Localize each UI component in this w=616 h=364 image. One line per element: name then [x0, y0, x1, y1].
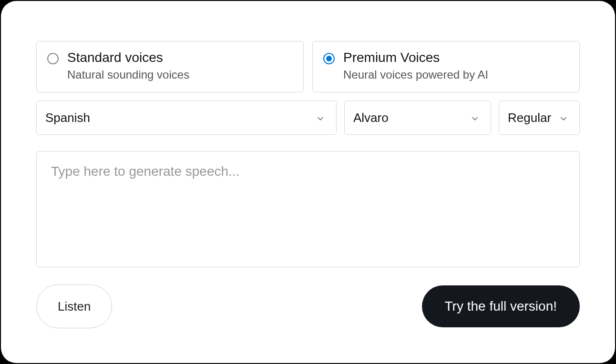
language-select[interactable]: Spanish: [36, 101, 337, 135]
premium-voices-subtitle: Neural voices powered by AI: [343, 68, 488, 81]
tts-panel: Standard voices Natural sounding voices …: [1, 1, 615, 363]
try-full-version-button[interactable]: Try the full version!: [422, 285, 580, 327]
chevron-down-icon: [315, 112, 326, 123]
select-row: Spanish Alvaro Regular: [36, 101, 580, 135]
standard-voices-subtitle: Natural sounding voices: [67, 68, 189, 81]
speed-select[interactable]: Regular: [499, 101, 580, 135]
chevron-down-icon: [470, 112, 480, 123]
premium-voices-title: Premium Voices: [343, 50, 488, 65]
voice-select-value: Alvaro: [353, 111, 389, 125]
radio-unselected-icon: [47, 53, 59, 64]
radio-selected-icon: [323, 53, 335, 64]
voice-type-row: Standard voices Natural sounding voices …: [36, 41, 580, 92]
speech-text-input[interactable]: [36, 151, 580, 267]
button-row: Listen Try the full version!: [36, 284, 580, 328]
standard-voices-card[interactable]: Standard voices Natural sounding voices: [36, 41, 304, 92]
premium-voices-card[interactable]: Premium Voices Neural voices powered by …: [312, 41, 580, 92]
voice-select[interactable]: Alvaro: [344, 101, 491, 135]
language-select-value: Spanish: [45, 111, 90, 125]
speed-select-value: Regular: [508, 111, 551, 125]
listen-button[interactable]: Listen: [36, 284, 112, 328]
premium-voices-text: Premium Voices Neural voices powered by …: [343, 50, 488, 81]
chevron-down-icon: [558, 112, 569, 123]
standard-voices-title: Standard voices: [67, 50, 189, 65]
standard-voices-text: Standard voices Natural sounding voices: [67, 50, 189, 81]
